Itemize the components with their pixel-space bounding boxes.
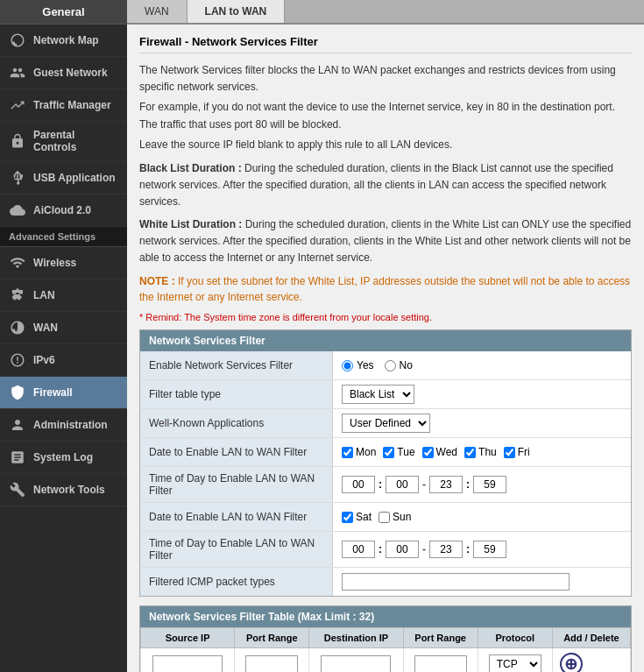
sidebar-item-firewall[interactable]: Firewall xyxy=(0,377,127,409)
enable-filter-label: Enable Network Services Filter xyxy=(140,351,333,379)
filter-type-select[interactable]: Black List White List xyxy=(342,385,414,404)
sidebar-item-administration[interactable]: Administration xyxy=(0,409,127,442)
enable-yes-option[interactable]: Yes xyxy=(342,359,374,371)
time1-start-min[interactable] xyxy=(386,476,419,493)
page-title: Firewall - Network Services Filter xyxy=(139,35,632,53)
icmp-value xyxy=(333,569,631,595)
wed-checkbox-item[interactable]: Wed xyxy=(422,446,457,458)
fri-checkbox[interactable] xyxy=(504,447,515,458)
mon-checkbox[interactable] xyxy=(342,447,353,458)
table-input-row: TCP UDP Both ICMP ⊕ xyxy=(141,648,631,672)
thu-checkbox-item[interactable]: Thu xyxy=(464,446,497,458)
note-text: If you set the subnet for the White List… xyxy=(139,275,630,303)
whitelist-desc: White List Duration : During the schedul… xyxy=(139,216,632,267)
port-range-1-cell xyxy=(235,648,309,672)
filter-form: Network Services Filter Enable Network S… xyxy=(139,329,632,597)
time2-start-min[interactable] xyxy=(386,541,419,558)
sidebar-item-aicloud[interactable]: AiCloud 2.0 xyxy=(0,195,127,227)
protocol-cell: TCP UDP Both ICMP xyxy=(478,648,552,672)
date-wan2-row: Date to Enable LAN to WAN Filter Sat Sun xyxy=(140,503,631,532)
enable-no-option[interactable]: No xyxy=(385,359,413,371)
network-tools-icon xyxy=(9,481,26,499)
add-delete-cell: ⊕ xyxy=(552,648,630,672)
col-port-range-1: Port Range xyxy=(235,628,309,648)
port-range-1-input[interactable] xyxy=(245,655,298,672)
col-source-ip: Source IP xyxy=(141,628,235,648)
date-wan2-label: Date to Enable LAN to WAN Filter xyxy=(140,503,333,531)
wed-checkbox[interactable] xyxy=(422,447,434,458)
wireless-label: Wireless xyxy=(33,257,76,269)
usb-application-icon xyxy=(9,169,26,187)
mon-checkbox-item[interactable]: Mon xyxy=(342,446,376,458)
sun-checkbox-item[interactable]: Sun xyxy=(379,511,411,523)
sat-checkbox-item[interactable]: Sat xyxy=(342,511,372,523)
tue-checkbox-item[interactable]: Tue xyxy=(383,446,414,458)
sidebar-item-wan[interactable]: WAN xyxy=(0,312,127,344)
enable-no-label: No xyxy=(400,359,413,371)
filter-data-table: Source IP Port Range Destination IP Port… xyxy=(140,627,631,672)
traffic-manager-label: Traffic Manager xyxy=(33,99,111,111)
add-row-button[interactable]: ⊕ xyxy=(560,653,583,672)
col-port-range-2: Port Range xyxy=(403,628,478,648)
thu-checkbox[interactable] xyxy=(464,447,476,458)
system-log-icon xyxy=(9,449,26,466)
enable-filter-radio-group: Yes No xyxy=(342,359,413,371)
parental-controls-label: Parental Controls xyxy=(33,129,118,154)
time-wan2-label: Time of Day to Enable LAN to WAN Filter xyxy=(140,532,333,567)
guest-network-icon xyxy=(9,64,26,81)
enable-filter-value: Yes No xyxy=(333,355,631,376)
sidebar-item-network-map[interactable]: Network Map xyxy=(0,25,127,57)
time2-end-hour[interactable] xyxy=(429,541,463,558)
time-wan2-inputs: : - : xyxy=(333,536,631,562)
port-range-2-cell xyxy=(403,648,478,672)
aicloud-label: AiCloud 2.0 xyxy=(33,204,91,216)
time1-end-hour[interactable] xyxy=(429,476,463,493)
time1-start-hour[interactable] xyxy=(342,476,375,493)
protocol-select[interactable]: TCP UDP Both ICMP xyxy=(489,654,541,672)
enable-yes-radio[interactable] xyxy=(342,360,353,371)
icmp-input[interactable] xyxy=(342,573,570,591)
sidebar-item-wireless[interactable]: Wireless xyxy=(0,247,127,279)
port-range-2-input[interactable] xyxy=(414,655,467,672)
time1-end-min[interactable] xyxy=(473,476,506,493)
blacklist-desc: Black List Duration : During the schedul… xyxy=(139,160,632,211)
icmp-label: Filtered ICMP packet types xyxy=(140,568,333,596)
sidebar-item-ipv6[interactable]: IPv6 xyxy=(0,344,127,377)
time2-start-hour[interactable] xyxy=(342,541,375,558)
tue-checkbox[interactable] xyxy=(383,447,394,458)
date-wan2-checkboxes: Sat Sun xyxy=(333,506,631,527)
sidebar-item-lan[interactable]: LAN xyxy=(0,279,127,312)
sidebar: General Network Map Guest Network Traffi… xyxy=(0,0,127,672)
sidebar-item-parental-controls[interactable]: Parental Controls xyxy=(0,122,127,162)
fri-checkbox-item[interactable]: Fri xyxy=(504,446,530,458)
sidebar-item-traffic-manager[interactable]: Traffic Manager xyxy=(0,89,127,122)
col-dest-ip: Destination IP xyxy=(309,628,403,648)
blacklist-label: Black List Duration : xyxy=(139,162,242,174)
source-ip-input[interactable] xyxy=(152,655,223,672)
filter-type-value: Black List White List xyxy=(333,380,631,408)
sidebar-item-guest-network[interactable]: Guest Network xyxy=(0,57,127,89)
weekday-checkboxes: Mon Tue Wed Thu Fri xyxy=(342,446,530,458)
note-label: NOTE : xyxy=(139,275,175,287)
sidebar-item-network-tools[interactable]: Network Tools xyxy=(0,474,127,506)
desc1: The Network Services filter blocks the L… xyxy=(139,62,632,95)
note-block: NOTE : If you set the subnet for the Whi… xyxy=(139,273,632,305)
desc3: Leave the source IP field blank to apply… xyxy=(139,137,632,153)
sidebar-item-usb-application[interactable]: USB Application xyxy=(0,162,127,195)
sidebar-item-system-log[interactable]: System Log xyxy=(0,442,127,474)
dest-ip-input[interactable] xyxy=(321,655,391,672)
lan-icon xyxy=(9,286,26,304)
sat-checkbox[interactable] xyxy=(342,512,353,523)
sidebar-general-header: General xyxy=(0,0,127,25)
firewall-label: Firewall xyxy=(33,386,73,399)
time-range-2: : - : xyxy=(342,541,506,558)
time2-end-min[interactable] xyxy=(473,541,506,558)
enable-no-radio[interactable] xyxy=(385,360,396,371)
wireless-icon xyxy=(9,254,26,272)
tab-lan-to-wan[interactable]: LAN to WAN xyxy=(188,0,286,23)
sun-checkbox[interactable] xyxy=(379,512,390,523)
well-known-select[interactable]: User Defined xyxy=(342,414,430,433)
system-log-label: System Log xyxy=(33,451,93,463)
time-range-1: : - : xyxy=(342,476,506,493)
tab-wan[interactable]: WAN xyxy=(127,0,188,23)
